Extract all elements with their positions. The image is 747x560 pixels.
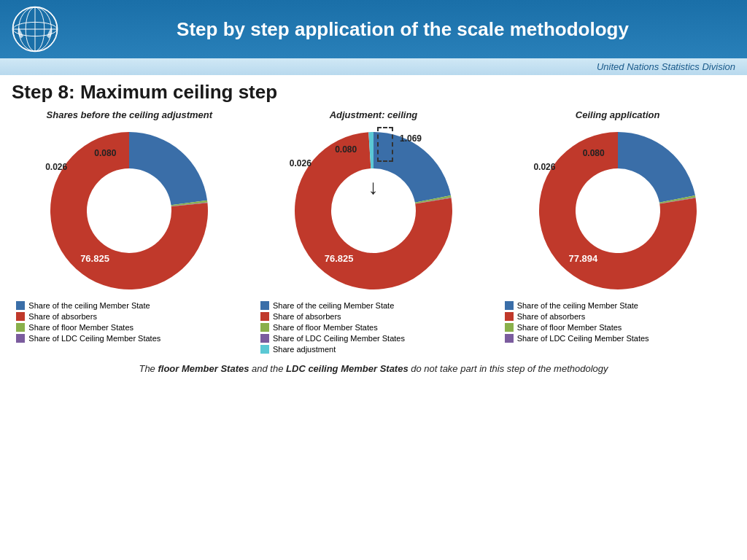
legend-label: Share of the ceiling Member State: [517, 301, 638, 310]
legend-item: Share of floor Member States: [260, 323, 487, 332]
charts-area: Shares before the ceiling adjustment0.08…: [0, 109, 747, 298]
annotation-0_026: 0.026: [290, 158, 311, 168]
footer-bold1: floor Member States: [158, 363, 249, 374]
legend-swatch: [16, 312, 25, 321]
legend-item: Share of floor Member States: [16, 323, 242, 332]
legend-panel-1: Share of the ceiling Member StateShare o…: [16, 301, 242, 356]
legend-swatch: [260, 334, 269, 343]
legend-item: Share of LDC Ceiling Member States: [260, 334, 487, 343]
legend-item: Share of absorbers: [260, 312, 487, 321]
legend-swatch: [16, 334, 25, 343]
chart-panel-3: Ceiling application0.0800.02622.00077.89…: [505, 109, 731, 298]
legend-label: Share of LDC Ceiling Member States: [28, 334, 160, 343]
legend-swatch: [505, 334, 514, 343]
donut-wrapper-2: 0.0800.0261.06922.00076.825↓: [286, 123, 461, 298]
annotation-76_825: 76.825: [80, 253, 109, 264]
annotation-23_069: 23.069: [140, 201, 169, 211]
donut-wrapper-1: 0.0800.02623.06976.825: [42, 123, 217, 298]
legend-label: Share of absorbers: [517, 312, 586, 321]
legend-item: Share of floor Member States: [505, 323, 731, 332]
legend-item: Share of absorbers: [505, 312, 731, 321]
legend-swatch: [260, 301, 269, 310]
annotation-22_000: 22.000: [628, 201, 657, 211]
annotation-0_080: 0.080: [583, 148, 605, 158]
legend-item: Share adjustment: [260, 345, 487, 354]
chart-title-2: Adjustment: ceiling: [330, 109, 418, 120]
donut-segment-ceiling: [618, 132, 695, 203]
page-header: Step by step application of the scale me…: [0, 0, 747, 58]
annotation-0_080: 0.080: [335, 144, 357, 155]
legend-swatch: [260, 312, 269, 321]
legend-label: Share of floor Member States: [517, 323, 622, 332]
adjustment-rect: [377, 127, 393, 162]
legend-item: Share of LDC Ceiling Member States: [16, 334, 242, 343]
header-title: Step by step application of the scale me…: [70, 18, 735, 41]
legend-swatch: [16, 323, 25, 332]
adjustment-arrow: ↓: [368, 176, 379, 199]
legend-label: Share of absorbers: [28, 312, 97, 321]
footer-note: The floor Member States and the LDC ceil…: [0, 359, 747, 378]
footer-text-after: do not take part in this step of the met…: [409, 363, 608, 374]
header-subtitle: United Nations Statistics Division: [0, 58, 747, 75]
footer-text-between: and the: [249, 363, 286, 374]
donut-segment-ceiling: [129, 132, 207, 205]
chart-title-3: Ceiling application: [576, 109, 660, 120]
legend-item: Share of the ceiling Member State: [505, 301, 731, 310]
annotation-77_894: 77.894: [568, 253, 597, 264]
legend-label: Share of floor Member States: [28, 323, 133, 332]
donut-wrapper-3: 0.0800.02622.00077.894: [530, 123, 705, 298]
footer-bold2: LDC ceiling Member States: [286, 363, 409, 374]
un-logo: [12, 6, 58, 52]
legend-item: Share of the ceiling Member State: [16, 301, 242, 310]
legend-swatch: [260, 345, 269, 354]
annotation-1_069: 1.069: [400, 133, 422, 144]
legend-panel-3: Share of the ceiling Member StateShare o…: [505, 301, 731, 356]
legend-label: Share of floor Member States: [273, 323, 378, 332]
annotation-0_026: 0.026: [45, 162, 67, 172]
legend-label: Share of LDC Ceiling Member States: [273, 334, 405, 343]
annotation-22_000: 22.000: [384, 201, 413, 211]
legend-swatch: [505, 323, 514, 332]
legend-label: Share of the ceiling Member State: [28, 301, 150, 310]
legend-swatch: [16, 301, 25, 310]
legend-panel-2: Share of the ceiling Member StateShare o…: [260, 301, 487, 356]
legend-swatch: [505, 312, 514, 321]
annotation-76_825: 76.825: [325, 253, 354, 264]
legend-swatch: [260, 323, 269, 332]
legend-item: Share of the ceiling Member State: [260, 301, 487, 310]
legend-item: Share of LDC Ceiling Member States: [505, 334, 731, 343]
annotation-0_080: 0.080: [94, 148, 116, 158]
chart-panel-1: Shares before the ceiling adjustment0.08…: [16, 109, 242, 298]
legend-label: Share adjustment: [273, 345, 336, 354]
chart-panel-2: Adjustment: ceiling0.0800.0261.06922.000…: [260, 109, 487, 298]
legend-label: Share of LDC Ceiling Member States: [517, 334, 649, 343]
page-title: Step 8: Maximum ceiling step: [0, 75, 747, 106]
legend-swatch: [505, 301, 514, 310]
legend-item: Share of absorbers: [16, 312, 242, 321]
chart-title-1: Shares before the ceiling adjustment: [47, 109, 213, 120]
annotation-0_026: 0.026: [533, 162, 555, 172]
footer-text-before1: The: [139, 363, 158, 374]
legend-label: Share of absorbers: [273, 312, 341, 321]
legend-label: Share of the ceiling Member State: [273, 301, 394, 310]
legends-area: Share of the ceiling Member StateShare o…: [0, 298, 747, 359]
